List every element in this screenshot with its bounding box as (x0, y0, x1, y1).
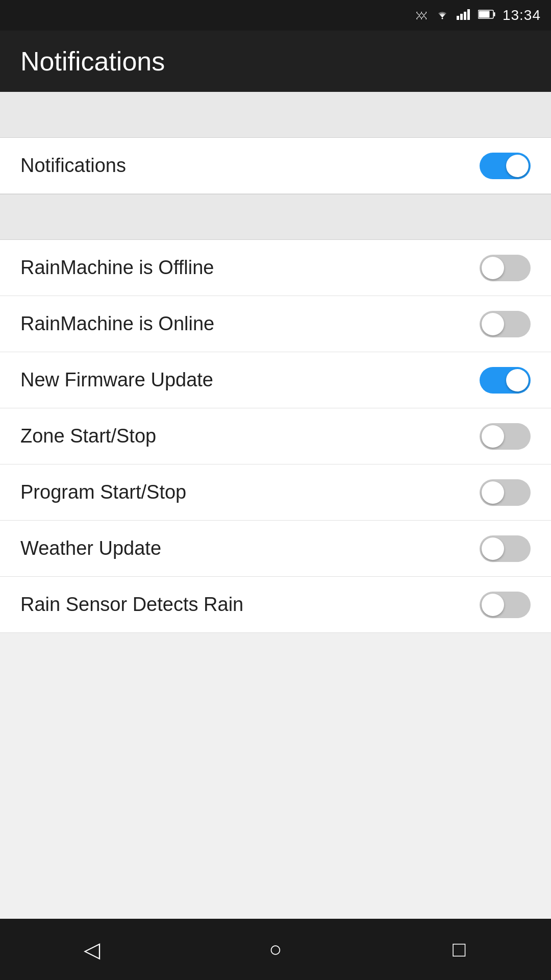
svg-rect-3 (464, 12, 466, 20)
rainmachine-offline-label: RainMachine is Offline (20, 257, 214, 279)
page-header: Notifications (0, 31, 551, 92)
top-section-divider (0, 92, 551, 138)
weather-update-row: Weather Update (0, 521, 551, 577)
rainmachine-online-row: RainMachine is Online (0, 296, 551, 352)
svg-rect-4 (467, 9, 470, 20)
signal-icon (457, 9, 471, 22)
navigation-bar: ◁ ○ □ (0, 919, 551, 980)
recent-apps-icon: □ (453, 937, 465, 962)
new-firmware-update-toggle[interactable] (480, 367, 531, 394)
notifications-row: Notifications (0, 138, 551, 194)
zone-start-stop-toggle[interactable] (480, 423, 531, 450)
svg-rect-7 (493, 12, 495, 16)
rainmachine-online-toggle[interactable] (480, 311, 531, 337)
status-time: 13:34 (503, 7, 541, 23)
weather-update-toggle-knob (482, 537, 504, 560)
notifications-toggle-knob (506, 155, 529, 177)
new-firmware-update-label: New Firmware Update (20, 369, 213, 391)
svg-rect-6 (479, 11, 489, 18)
new-firmware-update-row: New Firmware Update (0, 352, 551, 408)
rain-sensor-label: Rain Sensor Detects Rain (20, 594, 243, 616)
rainmachine-online-toggle-knob (482, 313, 504, 335)
rainmachine-offline-row: RainMachine is Offline (0, 240, 551, 296)
svg-rect-1 (457, 16, 459, 20)
home-button[interactable]: ○ (245, 929, 306, 970)
bluetooth-icon: ⯵ (416, 8, 428, 22)
weather-update-label: Weather Update (20, 537, 161, 559)
rainmachine-online-label: RainMachine is Online (20, 313, 214, 335)
notifications-toggle[interactable] (480, 153, 531, 179)
status-bar: ⯵ 13:34 (0, 0, 551, 31)
rain-sensor-toggle-knob (482, 594, 504, 616)
home-icon: ○ (269, 937, 282, 962)
status-icons: ⯵ 13:34 (416, 7, 541, 23)
svg-point-0 (441, 18, 443, 19)
battery-icon (478, 10, 495, 21)
zone-start-stop-row: Zone Start/Stop (0, 408, 551, 464)
rain-sensor-row: Rain Sensor Detects Rain (0, 577, 551, 633)
program-start-stop-toggle[interactable] (480, 479, 531, 506)
notifications-label: Notifications (20, 155, 126, 177)
rainmachine-offline-toggle-knob (482, 257, 504, 279)
back-icon: ◁ (84, 937, 100, 962)
new-firmware-update-toggle-knob (506, 369, 529, 391)
zone-start-stop-toggle-knob (482, 425, 504, 448)
program-start-stop-row: Program Start/Stop (0, 464, 551, 521)
recent-apps-button[interactable]: □ (429, 929, 490, 970)
rain-sensor-toggle[interactable] (480, 592, 531, 618)
program-start-stop-label: Program Start/Stop (20, 481, 186, 503)
wifi-icon (435, 8, 449, 22)
rainmachine-offline-toggle[interactable] (480, 255, 531, 281)
page-title: Notifications (20, 46, 165, 77)
zone-start-stop-label: Zone Start/Stop (20, 425, 156, 447)
sub-section-divider (0, 194, 551, 240)
weather-update-toggle[interactable] (480, 535, 531, 562)
svg-rect-2 (460, 14, 463, 20)
program-start-stop-toggle-knob (482, 481, 504, 504)
back-button[interactable]: ◁ (61, 929, 122, 970)
